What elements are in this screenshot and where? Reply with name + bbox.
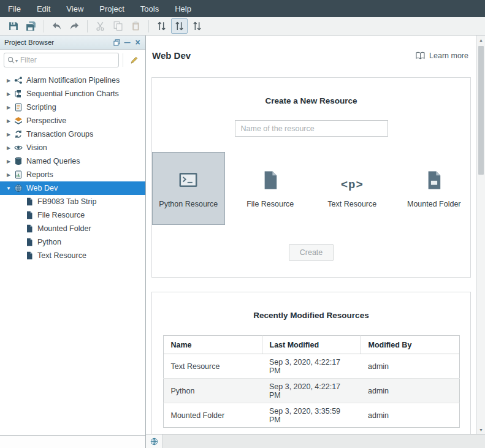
float-panel-icon[interactable]: [112, 37, 122, 48]
table-row[interactable]: Text ResourceSep 3, 2020, 4:22:17 PMadmi…: [163, 354, 459, 379]
table-cell: admin: [361, 354, 459, 379]
tree-item-label: Sequential Function Charts: [26, 89, 119, 98]
recent-resources-panel: Recently Modified Resources NameLast Mod…: [151, 292, 471, 434]
filter-input[interactable]: [20, 56, 115, 64]
chevron-right-icon[interactable]: ▶: [4, 145, 13, 151]
tree-item-scripting[interactable]: ▶Scripting: [0, 101, 145, 114]
compare-resources-1-button[interactable]: [153, 18, 170, 34]
workspace: Project Browser — × ▾ ▶Alarm Notificatio…: [0, 36, 485, 448]
chevron-right-icon[interactable]: ▶: [4, 91, 13, 97]
scroll-up-icon[interactable]: ▲: [477, 36, 485, 44]
resource-card-label: Mounted Folder: [407, 200, 461, 208]
table-cell: Sep 3, 2020, 3:35:59 PM: [262, 403, 361, 428]
table-cell: admin: [361, 379, 459, 403]
tree-item-fb9083-tab-strip[interactable]: FB9083 Tab Strip: [0, 195, 145, 208]
chevron-right-icon[interactable]: ▶: [4, 105, 13, 110]
menu-tools[interactable]: Tools: [132, 0, 167, 17]
toolbar-separator: [87, 20, 88, 32]
paste-button[interactable]: [128, 18, 144, 34]
webdev-workspace: Web Dev Learn more Create a New Resource…: [146, 36, 476, 434]
query-icon: [13, 157, 23, 165]
create-button[interactable]: Create: [289, 244, 334, 261]
compare-resources-2-button[interactable]: [171, 18, 188, 34]
chevron-right-icon[interactable]: ▶: [4, 159, 13, 164]
undo-button[interactable]: [48, 18, 65, 34]
resource-card-label: Python Resource: [159, 200, 218, 208]
table-row[interactable]: Mounted FolderSep 3, 2020, 3:35:59 PMadm…: [163, 403, 459, 428]
updown-arrows-icon: [156, 21, 167, 31]
project-browser-panel: Project Browser — × ▾ ▶Alarm Notificatio…: [0, 36, 146, 448]
table-cell: Sep 3, 2020, 4:22:17 PM: [262, 354, 361, 379]
recent-table-head-row: NameLast ModifiedModified By: [163, 336, 459, 354]
resource-cards: Python ResourceFile Resource<p>Text Reso…: [152, 152, 470, 225]
filter-box[interactable]: ▾: [4, 53, 119, 67]
menu-view[interactable]: View: [58, 0, 91, 17]
project-browser-title: Project Browser: [4, 39, 112, 46]
resource-name-input[interactable]: [235, 120, 388, 137]
resource-card-mounted-folder[interactable]: Mounted Folder: [398, 152, 471, 225]
toolbar-separator: [44, 20, 44, 32]
copy-button[interactable]: [110, 18, 126, 34]
chevron-right-icon[interactable]: ▶: [4, 132, 13, 137]
project-tree: ▶Alarm Notification Pipelines▶Sequential…: [0, 70, 145, 435]
tree-item-mounted-folder[interactable]: Mounted Folder: [0, 222, 145, 235]
tree-item-file-resource[interactable]: File Resource: [0, 208, 145, 222]
menu-file[interactable]: File: [0, 0, 29, 17]
save-button[interactable]: [5, 18, 21, 34]
resource-card-text-resource[interactable]: <p>Text Resource: [316, 152, 389, 225]
file-icon: [25, 251, 34, 260]
folder-doc-icon: [424, 153, 445, 192]
minimize-panel-icon[interactable]: —: [122, 37, 132, 48]
pipeline-icon: [13, 76, 23, 85]
scrollbar-thumb[interactable]: [478, 46, 484, 175]
project-browser-header: Project Browser — ×: [0, 36, 145, 50]
compare-resources-3-button[interactable]: [189, 18, 205, 34]
tree-item-web-dev[interactable]: ▼Web Dev: [0, 181, 145, 195]
tab-webdev[interactable]: [146, 435, 163, 448]
redo-button[interactable]: [66, 18, 83, 34]
create-resource-panel: Create a New Resource Python ResourceFil…: [151, 77, 471, 278]
tree-item-label: Scripting: [26, 103, 56, 112]
tree-item-alarm-notification-pipelines[interactable]: ▶Alarm Notification Pipelines: [0, 74, 145, 87]
globe-icon: [150, 438, 158, 446]
menu-help[interactable]: Help: [167, 0, 199, 17]
learn-more-label: Learn more: [429, 51, 468, 60]
menu-project[interactable]: Project: [91, 0, 132, 17]
vertical-scrollbar[interactable]: ▲ ▼: [476, 36, 485, 434]
tree-item-label: Transaction Groups: [26, 130, 93, 139]
chevron-down-icon[interactable]: ▼: [4, 186, 13, 191]
table-cell: admin: [361, 403, 459, 428]
tree-item-vision[interactable]: ▶Vision: [0, 141, 145, 154]
chevron-right-icon[interactable]: ▶: [4, 118, 13, 124]
learn-more-link[interactable]: Learn more: [416, 51, 468, 60]
chevron-right-icon[interactable]: ▶: [4, 78, 13, 83]
tree-item-sequential-function-charts[interactable]: ▶Sequential Function Charts: [0, 87, 145, 101]
close-panel-icon[interactable]: ×: [132, 37, 143, 48]
scroll-down-icon[interactable]: ▼: [477, 425, 485, 434]
tree-item-text-resource[interactable]: Text Resource: [0, 249, 145, 262]
filter-dropdown-icon[interactable]: ▾: [15, 58, 18, 64]
save-all-icon: [26, 21, 36, 31]
file-icon: [25, 224, 34, 233]
resource-card-file-resource[interactable]: File Resource: [234, 152, 307, 225]
chevron-right-icon[interactable]: ▶: [4, 172, 13, 178]
tree-item-label: Python: [37, 238, 61, 246]
column-header-last-modified[interactable]: Last Modified: [262, 336, 361, 354]
recent-panel-title: Recently Modified Resources: [152, 292, 470, 320]
column-header-modified-by[interactable]: Modified By: [361, 336, 459, 354]
resource-card-python-resource[interactable]: Python Resource: [152, 152, 225, 225]
column-header-name[interactable]: Name: [163, 336, 262, 354]
tree-item-transaction-groups[interactable]: ▶Transaction Groups: [0, 127, 145, 141]
highlight-pen-icon[interactable]: [127, 53, 142, 67]
cut-button[interactable]: [92, 18, 109, 34]
tree-item-perspective[interactable]: ▶Perspective: [0, 114, 145, 127]
tree-item-label: Reports: [26, 170, 53, 179]
tree-item-label: Mounted Folder: [37, 224, 91, 233]
tree-item-python[interactable]: Python: [0, 235, 145, 249]
save-all-button[interactable]: [23, 18, 39, 34]
tree-item-label: FB9083 Tab Strip: [37, 197, 96, 206]
menu-edit[interactable]: Edit: [29, 0, 58, 17]
tree-item-named-queries[interactable]: ▶Named Queries: [0, 154, 145, 168]
table-row[interactable]: PythonSep 3, 2020, 4:22:17 PMadmin: [163, 379, 459, 403]
tree-item-reports[interactable]: ▶Reports: [0, 168, 145, 181]
